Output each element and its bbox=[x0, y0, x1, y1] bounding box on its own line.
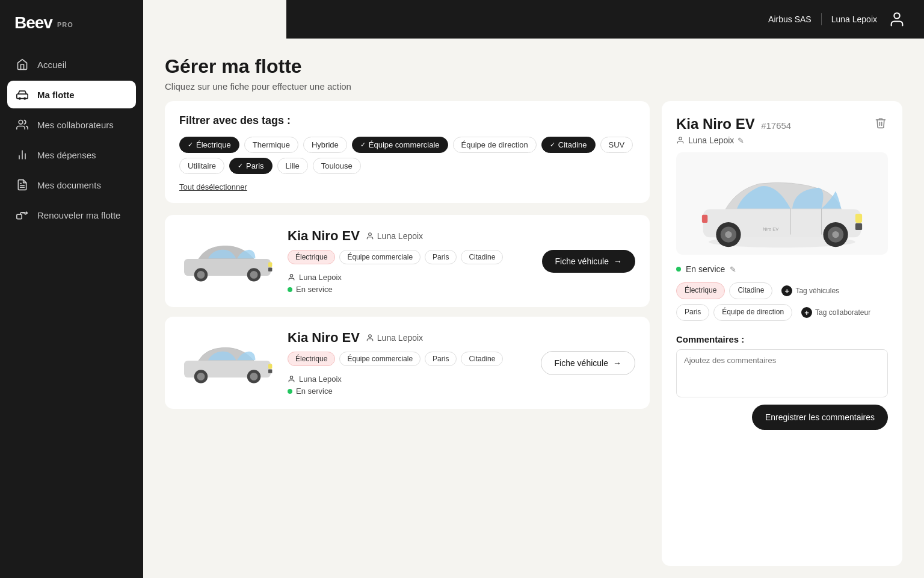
status-dot-1 bbox=[288, 287, 292, 292]
arrow-right-icon-2: → bbox=[613, 358, 621, 368]
sidebar-item-documents-label: Mes documents bbox=[37, 180, 101, 190]
svg-rect-16 bbox=[268, 262, 272, 267]
main-content: Gérer ma flotte Cliquez sur une fiche po… bbox=[143, 0, 924, 578]
vehicle-driver-inline-1: Luna Lepoix bbox=[366, 231, 423, 241]
check-icon-3: ✓ bbox=[550, 141, 555, 149]
svg-rect-17 bbox=[268, 267, 272, 271]
refresh-icon bbox=[16, 208, 29, 222]
vtag-electrique-2: Électrique bbox=[288, 352, 335, 366]
filter-tag-paris[interactable]: ✓ Paris bbox=[229, 158, 273, 174]
vtag-paris-1: Paris bbox=[425, 250, 457, 264]
filter-tag-citadine[interactable]: ✓ Citadine bbox=[541, 137, 596, 153]
svg-point-22 bbox=[197, 373, 205, 381]
car-icon bbox=[16, 88, 29, 101]
svg-point-39 bbox=[832, 231, 839, 238]
vehicle-info-1: Kia Niro EV Luna Lepoix Électrique Équip… bbox=[288, 228, 530, 294]
detail-tag-citadine: Citadine bbox=[729, 282, 772, 299]
svg-point-13 bbox=[197, 271, 205, 279]
filter-tag-equipe-commerciale[interactable]: ✓ Équipe commerciale bbox=[352, 137, 448, 153]
deselect-all-button[interactable]: Tout désélectionner bbox=[179, 182, 247, 191]
filter-tag-utilitaire[interactable]: Utilitaire bbox=[179, 158, 224, 174]
svg-point-15 bbox=[250, 271, 258, 279]
users-icon bbox=[16, 118, 29, 131]
comments-textarea[interactable] bbox=[676, 349, 888, 397]
filter-tag-thermique[interactable]: Thermique bbox=[244, 137, 298, 153]
sidebar-item-accueil[interactable]: Accueil bbox=[7, 51, 136, 78]
vehicle-name-2: Kia Niro EV bbox=[288, 330, 360, 346]
add-tag-vehicule-button[interactable]: + Tag véhicules bbox=[777, 282, 844, 299]
delete-vehicle-button[interactable] bbox=[873, 116, 888, 133]
detail-tags-vehicule-row: Électrique Citadine + Tag véhicules bbox=[676, 282, 888, 299]
sidebar-item-accueil-label: Accueil bbox=[37, 60, 66, 70]
user-avatar-icon[interactable] bbox=[887, 9, 907, 30]
filter-tag-equipe-direction[interactable]: Équipe de direction bbox=[453, 137, 537, 153]
svg-text:Niro EV: Niro EV bbox=[763, 226, 778, 232]
detail-status-row: En service ✎ bbox=[676, 264, 888, 274]
comments-label: Commentaires : bbox=[676, 334, 888, 344]
sidebar-item-documents[interactable]: Mes documents bbox=[7, 171, 136, 199]
logo-text: Beev bbox=[14, 13, 52, 33]
filters-title: Filtrer avec des tags : bbox=[179, 114, 635, 127]
filter-tag-electrique[interactable]: ✓ Électrique bbox=[179, 137, 239, 153]
filter-tag-hybride[interactable]: Hybride bbox=[303, 137, 347, 153]
filter-tag-lille[interactable]: Lille bbox=[277, 158, 308, 174]
logo-area: Beev PRO bbox=[0, 0, 143, 46]
add-tag-vehicule-label: Tag véhicules bbox=[795, 287, 839, 295]
vehicle-status-2: En service bbox=[288, 387, 529, 396]
arrow-right-icon-1: → bbox=[614, 256, 622, 266]
content-area: Filtrer avec des tags : ✓ Électrique The… bbox=[143, 101, 924, 578]
edit-status-icon[interactable]: ✎ bbox=[730, 265, 736, 274]
filter-tags: ✓ Électrique Thermique Hybride ✓ Équipe … bbox=[179, 137, 635, 174]
svg-point-10 bbox=[894, 13, 899, 19]
add-tag-collaborateur-label: Tag collaborateur bbox=[815, 308, 870, 317]
svg-point-29 bbox=[679, 137, 682, 140]
header-company: Airbus SAS bbox=[768, 14, 812, 24]
add-tag-collaborateur-button[interactable]: + Tag collaborateur bbox=[796, 304, 875, 321]
vehicle-image-2 bbox=[179, 336, 276, 390]
fiche-vehicule-btn-2[interactable]: Fiche véhicule → bbox=[541, 351, 636, 375]
vehicle-tags-1: Électrique Équipe commerciale Paris Cita… bbox=[288, 250, 530, 264]
sidebar: Beev PRO Accueil Ma flotte bbox=[0, 0, 143, 578]
vehicle-card-1[interactable]: Kia Niro EV Luna Lepoix Électrique Équip… bbox=[165, 215, 650, 307]
sidebar-item-ma-flotte[interactable]: Ma flotte bbox=[7, 81, 136, 108]
svg-point-24 bbox=[250, 373, 258, 381]
edit-driver-icon[interactable]: ✎ bbox=[738, 136, 744, 145]
vehicle-name-1: Kia Niro EV bbox=[288, 228, 360, 244]
detail-tags-collab-row: Paris Équipe de direction + Tag collabor… bbox=[676, 304, 888, 321]
fiche-vehicule-btn-1[interactable]: Fiche véhicule → bbox=[542, 250, 636, 273]
svg-rect-26 bbox=[268, 369, 272, 373]
top-header: Airbus SAS Luna Lepoix bbox=[286, 0, 924, 39]
vtag-equipe-1: Équipe commerciale bbox=[339, 250, 420, 264]
filter-tag-suv[interactable]: SUV bbox=[600, 137, 633, 153]
logo-pro: PRO bbox=[57, 21, 73, 28]
vehicle-driver-row-1: Luna Lepoix bbox=[288, 273, 530, 282]
svg-rect-41 bbox=[855, 223, 862, 230]
vtag-electrique-1: Électrique bbox=[288, 250, 335, 264]
plus-icon-vehicule: + bbox=[781, 285, 792, 296]
detail-tag-electrique: Électrique bbox=[676, 282, 725, 299]
detail-car-image: Niro EV bbox=[676, 152, 888, 255]
sidebar-nav: Accueil Ma flotte bbox=[0, 46, 143, 578]
save-comments-button[interactable]: Enregistrer les commentaires bbox=[752, 405, 888, 430]
sidebar-item-collaborateurs[interactable]: Mes collaborateurs bbox=[7, 111, 136, 138]
svg-point-36 bbox=[725, 231, 732, 238]
sidebar-item-renouveler[interactable]: Renouveler ma flotte bbox=[7, 201, 136, 229]
home-icon bbox=[16, 58, 29, 71]
header-user: Luna Lepoix bbox=[831, 14, 877, 24]
svg-rect-40 bbox=[855, 214, 862, 223]
vehicle-card-2[interactable]: Kia Niro EV Luna Lepoix Électrique Équip… bbox=[165, 317, 650, 409]
vehicle-image-1 bbox=[179, 234, 276, 288]
header-divider bbox=[821, 13, 822, 25]
filter-tag-toulouse[interactable]: Toulouse bbox=[313, 158, 361, 174]
detail-driver-row: Luna Lepoix ✎ bbox=[676, 135, 888, 145]
svg-point-19 bbox=[290, 275, 292, 277]
check-icon: ✓ bbox=[188, 141, 193, 149]
page-title: Gérer ma flotte bbox=[165, 55, 902, 78]
vtag-paris-2: Paris bbox=[425, 352, 457, 366]
filters-section: Filtrer avec des tags : ✓ Électrique The… bbox=[165, 101, 650, 203]
detail-tag-paris: Paris bbox=[676, 304, 709, 321]
check-icon-2: ✓ bbox=[360, 141, 366, 149]
plus-icon-collab: + bbox=[801, 307, 812, 318]
sidebar-item-depenses[interactable]: Mes dépenses bbox=[7, 141, 136, 169]
svg-rect-9 bbox=[17, 214, 22, 219]
